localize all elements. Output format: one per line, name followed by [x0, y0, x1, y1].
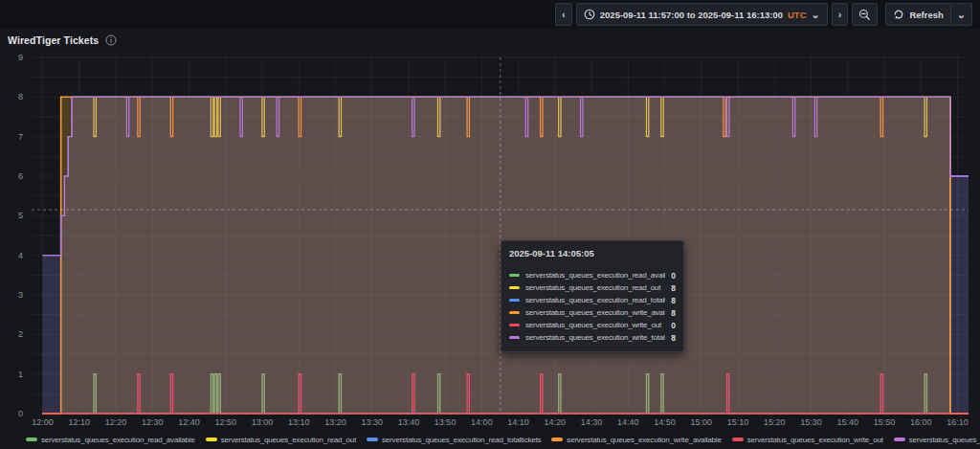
tooltip-series-swatch: [509, 299, 520, 302]
x-tick-label: 12:10: [68, 417, 90, 427]
legend-item-serverstatus_queues_execution_write_out[interactable]: serverstatus_queues_execution_write_out: [732, 436, 883, 444]
y-tick-label: 1: [18, 370, 23, 379]
tooltip-series-name: serverstatus_queues_execution_read_total…: [525, 296, 665, 304]
tooltip-series-name: serverstatus_queues_execution_write_out: [525, 321, 665, 329]
x-tick-label: 15:40: [837, 417, 859, 427]
legend-label: serverstatus_queues_execution_read_out: [221, 436, 356, 444]
y-tick-label: 0: [18, 409, 23, 418]
legend-label: serverstatus_queues_execution_write_avai…: [567, 436, 721, 444]
time-range-forward-button[interactable]: ›: [832, 3, 849, 26]
y-tick-label: 3: [18, 290, 23, 300]
time-series-chart[interactable]: 12:0012:1012:2012:3012:4012:5013:0013:10…: [0, 29, 980, 449]
x-tick-label: 13:50: [434, 417, 457, 427]
zoom-out-button[interactable]: [852, 3, 878, 26]
tooltip-row: serverstatus_queues_execution_write_avai…: [509, 306, 676, 319]
tooltip-series-swatch: [509, 336, 520, 339]
time-range-button[interactable]: 2025-09-11 11:57:00 to 2025-09-11 16:13:…: [576, 3, 828, 26]
x-tick-label: 16:00: [910, 417, 932, 427]
x-tick-label: 14:40: [617, 417, 639, 427]
chevron-down-icon: ⌄: [957, 10, 966, 20]
legend-label: serverstatus_queues_execution_write_out: [747, 436, 883, 444]
tooltip-row: serverstatus_queues_execution_read_total…: [509, 294, 676, 306]
x-tick-label: 14:10: [507, 417, 529, 427]
grafana-dashboard: ‹ 2025-09-11 11:57:00 to 2025-09-11 16:1…: [0, 0, 980, 449]
wiredtiger-tickets-panel: WiredTiger Tickets 12:0012:1012:2012:301…: [0, 29, 980, 449]
tooltip-row: serverstatus_queues_execution_write_out0: [509, 319, 676, 331]
tooltip-series-name: serverstatus_queues_execution_read_avail…: [525, 271, 665, 280]
tooltip-row: serverstatus_queues_execution_write_tota…: [509, 331, 676, 344]
tooltip-series-swatch: [509, 324, 520, 326]
x-tick-label: 14:30: [581, 417, 603, 427]
x-tick-label: 12:40: [178, 417, 200, 427]
time-picker-toolbar: ‹ 2025-09-11 11:57:00 to 2025-09-11 16:1…: [0, 0, 980, 29]
x-tick-label: 15:50: [874, 417, 896, 427]
x-tick-label: 12:20: [105, 417, 127, 427]
x-tick-label: 14:00: [471, 417, 493, 427]
refresh-button-group: Refresh ⌄: [885, 3, 972, 26]
zoom-out-icon: [858, 9, 871, 21]
x-tick-label: 13:20: [324, 417, 346, 427]
legend-label: serverstatus_queues_execution_read_avail…: [41, 436, 195, 444]
y-tick-label: 9: [18, 53, 23, 62]
chevron-down-icon: ⌄: [812, 10, 820, 20]
tooltip-timestamp: 2025-09-11 14:05:05: [509, 248, 676, 265]
time-range-back-button[interactable]: ‹: [555, 3, 572, 26]
tooltip-series-swatch: [509, 274, 520, 277]
chevron-left-icon: ‹: [562, 10, 566, 20]
tooltip-series-value: 0: [671, 271, 676, 281]
x-tick-label: 15:20: [764, 417, 786, 427]
tooltip-series-value: 8: [671, 333, 676, 343]
clock-icon: [584, 9, 595, 20]
refresh-button[interactable]: Refresh: [885, 3, 950, 26]
y-tick-label: 7: [18, 132, 23, 142]
tooltip-series-name: serverstatus_queues_execution_read_out: [525, 283, 665, 292]
y-tick-label: 4: [18, 251, 23, 260]
time-range-label: 2025-09-11 11:57:00 to 2025-09-11 16:13:…: [600, 10, 783, 20]
legend-item-serverstatus_queues_execution_read_available[interactable]: serverstatus_queues_execution_read_avail…: [26, 436, 195, 444]
legend-item-serverstatus_queues_execution_write_available[interactable]: serverstatus_queues_execution_write_avai…: [551, 436, 721, 444]
tooltip-series-value: 8: [671, 296, 676, 305]
tooltip-series-value: 0: [671, 321, 676, 330]
legend-label: serverstatus_queues_execution_write_tota…: [909, 436, 980, 444]
refresh-interval-dropdown[interactable]: ⌄: [951, 3, 972, 26]
x-tick-label: 15:30: [800, 417, 822, 427]
refresh-icon: [893, 9, 904, 20]
tooltip-series-value: 8: [671, 283, 676, 293]
x-tick-label: 12:30: [142, 417, 164, 427]
legend-item-serverstatus_queues_execution_write_totaltickets[interactable]: serverstatus_queues_execution_write_tota…: [894, 436, 980, 444]
y-tick-label: 2: [18, 329, 23, 339]
chart-tooltip: 2025-09-11 14:05:05 serverstatus_queues_…: [501, 240, 684, 352]
legend-label: serverstatus_queues_execution_read_total…: [382, 436, 541, 444]
tooltip-rows: serverstatus_queues_execution_read_avail…: [509, 269, 676, 344]
x-tick-label: 13:00: [252, 417, 274, 427]
timezone-label: UTC: [788, 10, 807, 20]
tooltip-series-name: serverstatus_queues_execution_write_tota…: [525, 333, 665, 342]
x-tick-label: 14:20: [545, 417, 567, 427]
tooltip-series-name: serverstatus_queues_execution_write_avai…: [525, 308, 665, 317]
x-tick-label: 13:10: [288, 417, 310, 427]
x-tick-label: 15:00: [691, 417, 713, 427]
refresh-label: Refresh: [909, 10, 943, 20]
legend-swatch: [894, 438, 905, 441]
x-tick-label: 13:40: [398, 417, 420, 427]
x-tick-label: 13:30: [361, 417, 383, 427]
legend-swatch: [206, 438, 217, 441]
legend-item-serverstatus_queues_execution_read_out[interactable]: serverstatus_queues_execution_read_out: [206, 436, 356, 444]
tooltip-series-value: 8: [671, 308, 676, 318]
legend-item-serverstatus_queues_execution_read_totaltickets[interactable]: serverstatus_queues_execution_read_total…: [367, 436, 541, 444]
y-tick-label: 5: [18, 211, 23, 220]
tooltip-series-swatch: [509, 286, 520, 289]
x-tick-label: 12:50: [214, 417, 236, 427]
y-tick-label: 8: [18, 92, 23, 101]
chevron-right-icon: ›: [838, 10, 842, 20]
chart-legend: serverstatus_queues_execution_read_avail…: [0, 432, 980, 447]
x-tick-label: 15:10: [727, 417, 749, 427]
legend-swatch: [551, 438, 563, 441]
legend-swatch: [367, 438, 378, 441]
tooltip-row: serverstatus_queues_execution_read_avail…: [509, 269, 676, 281]
x-tick-label: 14:50: [654, 417, 676, 427]
x-tick-label: 16:10: [947, 417, 969, 427]
tooltip-series-swatch: [509, 311, 520, 314]
x-tick-label: 12:00: [32, 417, 54, 427]
legend-swatch: [732, 438, 744, 441]
